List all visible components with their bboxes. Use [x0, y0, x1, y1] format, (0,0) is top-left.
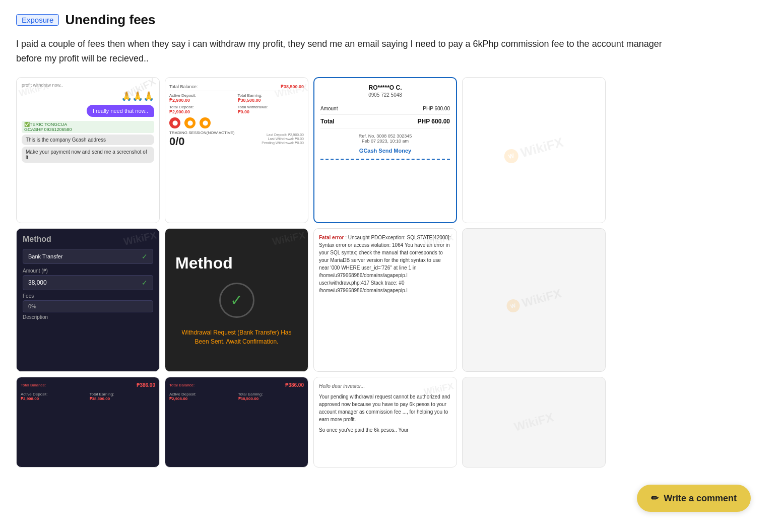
- method-title: Method: [175, 254, 233, 273]
- small-balance-val-2: ₱386.00: [285, 382, 304, 388]
- wikifx-watermark-empty: WikiFX: [512, 410, 555, 434]
- withdrawal-method-select: Bank Transfer ✓: [23, 249, 153, 264]
- chat-need-bubble: I really need that now..: [87, 105, 154, 117]
- chat-name-tag: ✅TERIC TONGCUA GCASH# 09361206580: [22, 121, 154, 133]
- wikifx-logo-text-2: WikiFX: [520, 286, 563, 310]
- receipt-phone: 0905 722 5048: [320, 92, 450, 98]
- wikifx-logo-icon: W: [503, 147, 520, 164]
- method-confirmation-text: Withdrawal Request (Bank Transfer) Has B…: [175, 328, 298, 346]
- receipt-name: RO*****O C.: [320, 84, 450, 91]
- small-total-earning-1: Total Earning: ₱38,500.00: [90, 392, 156, 401]
- ratio-value: 0/0: [169, 135, 234, 148]
- method-check-icon: ✓: [230, 291, 243, 309]
- receipt-ref-no: Ref. No. 3008 052 302345: [320, 134, 450, 139]
- chat-need-bubble-row: I really need that now..: [22, 105, 154, 117]
- total-deposit-block: Total Deposit: ₱2,900.00: [169, 105, 236, 114]
- fatal-label: Fatal error: [319, 235, 344, 240]
- total-balance-row: Total Balance: ₱38,500.00: [169, 83, 304, 91]
- email-card: WikiFX Hello dear investor... Your pendi…: [313, 377, 457, 468]
- receipt-ref: Ref. No. 3008 052 302345 Feb 07 2023, 10…: [320, 134, 450, 144]
- method-check-circle: ✓: [219, 283, 254, 318]
- trading-session-label: TRADING SESSION(NOW ACTIVE): [169, 130, 234, 135]
- receipt-amount-row: Amount PHP 600.00: [320, 103, 450, 115]
- balance-screenshot-card: WikiFX Total Balance: ₱38,500.00 Active …: [165, 77, 308, 223]
- email-body: Your pending withdrawal request cannot b…: [319, 393, 451, 423]
- small-active-deposit-2: Active Deposit: ₱2,908.00: [169, 392, 235, 401]
- wikifx-watermark-card: W WikiFX: [462, 77, 606, 223]
- fatal-error-card: WikiFX Fatal error : Uncaught PDOExcepti…: [313, 228, 457, 372]
- receipt-gcash-label: GCash Send Money: [320, 148, 450, 154]
- small-balance-grid-1: Active Deposit: ₱2,908.00 Total Earning:…: [21, 392, 155, 401]
- withdrawal-fees-box: 0%: [23, 300, 153, 312]
- gcash-receipt-card: WikiFX RO*****O C. 0905 722 5048 Amount …: [313, 77, 457, 223]
- total-withdrawal-block: Total Withdrawal: ₱0.00: [238, 105, 304, 114]
- balance-small-card-2: Total Balance: ₱386.00 Active Deposit: ₱…: [165, 377, 308, 468]
- wikifx-logo-label: WikiFX: [519, 135, 565, 161]
- small-balance-grid-2: Active Deposit: ₱2,908.00 Total Earning:…: [169, 392, 304, 401]
- chat-payment-text: Make your payment now and send me a scre…: [22, 147, 154, 163]
- page-title: Unending fees: [65, 12, 155, 28]
- withdrawal-dark-card: WikiFX Method Bank Transfer ✓ Amount (₱)…: [16, 228, 160, 372]
- trading-icon-1: ⬤: [169, 117, 180, 128]
- error-content: Fatal error : Uncaught PDOException: SQL…: [319, 234, 451, 294]
- empty-card-row3: WikiFX: [462, 377, 606, 468]
- page-header: Exposure Unending fees: [16, 12, 765, 28]
- email-greeting: Hello dear investor...: [319, 382, 451, 390]
- small-total-earning-2: Total Earning: ₱38,500.00: [238, 392, 304, 401]
- small-active-deposit-1: Active Deposit: ₱2,908.00: [21, 392, 87, 401]
- trading-icons-row: ⬤ ⬤ ⬤: [169, 117, 304, 128]
- trading-icon-3: ⬤: [200, 117, 211, 128]
- withdrawal-amount-box: 38,000 ✓: [23, 275, 153, 290]
- wikifx-logo-icon-2: W: [505, 297, 521, 313]
- chat-address-text: This is the company Gcash address: [22, 135, 154, 145]
- balance-small-card-1: Total Balance: ₱386.00 Active Deposit: ₱…: [16, 377, 160, 468]
- chat-screenshot-card: WikiFX profit withdraw now.. 🙏🙏🙏 I reall…: [16, 77, 160, 223]
- last-withdrawal-info: Last Withdrawal: ₱0.00: [262, 137, 304, 141]
- receipt-date: Feb 07 2023, 10:10 am: [320, 139, 450, 144]
- trading-icon-2: ⬤: [184, 117, 196, 128]
- balance-section-2: Total Deposit: ₱2,900.00 Total Withdrawa…: [169, 105, 304, 114]
- last-deposit-info: Last Deposit: ₱2,900.00: [262, 133, 304, 137]
- receipt-footer: [320, 159, 450, 162]
- withdrawal-fees-label: Fees: [23, 293, 153, 299]
- withdrawal-amount-label: Amount (₱): [23, 268, 153, 274]
- withdrawal-desc-label: Description: [23, 314, 153, 320]
- email-continuation: So once you've paid the 6k pesos.. Your: [319, 426, 451, 434]
- balance-section-1: Active Deposit: ₱2,900.00 Total Earning:…: [169, 93, 304, 103]
- method-dark-card: WikiFX Method ✓ Withdrawal Request (Bank…: [165, 228, 308, 372]
- exposure-badge: Exposure: [16, 14, 59, 26]
- pending-withdrawal-info: Pending Withdrawal: ₱0.00: [262, 141, 304, 145]
- withdrawal-amount-check: ✓: [142, 279, 148, 287]
- wikifx-watermark-method: WikiFX: [271, 229, 306, 247]
- active-deposit-block: Active Deposit: ₱2,900.00: [169, 93, 236, 103]
- withdrawal-check-icon: ✓: [142, 252, 148, 260]
- images-grid: WikiFX profit withdraw now.. 🙏🙏🙏 I reall…: [16, 77, 765, 468]
- receipt-total-row: Total PHP 600.00: [320, 115, 450, 128]
- wikifx-right-card: W WikiFX: [462, 228, 606, 372]
- page-description: I paid a couple of fees then when they s…: [16, 37, 671, 66]
- total-earning-block: Total Earning: ₱38,500.00: [238, 93, 304, 103]
- small-balance-label-1: Total Balance:: [21, 383, 46, 387]
- small-balance-label-2: Total Balance:: [169, 383, 194, 387]
- withdrawal-method-title: Method: [23, 235, 153, 244]
- error-text: : Uncaught PDOException: SQLSTATE[42000]…: [319, 235, 450, 293]
- small-balance-val-1: ₱386.00: [137, 382, 155, 388]
